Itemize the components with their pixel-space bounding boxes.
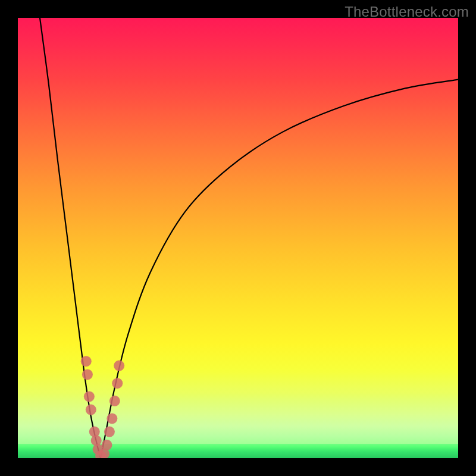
chart-frame: TheBottleneck.com xyxy=(0,0,476,476)
data-point-marker xyxy=(82,369,93,380)
data-point-marker xyxy=(91,435,102,446)
data-point-marker xyxy=(109,396,120,406)
data-point-markers xyxy=(81,356,125,458)
data-point-marker xyxy=(93,444,104,455)
curve-left-branch xyxy=(40,18,101,458)
data-point-marker xyxy=(89,427,100,437)
data-point-marker xyxy=(114,361,124,371)
data-point-marker xyxy=(86,405,96,415)
plot-area xyxy=(18,18,458,458)
curve-layer xyxy=(18,18,458,458)
bottleneck-curve xyxy=(40,18,458,458)
data-point-marker xyxy=(112,378,123,389)
data-point-marker xyxy=(99,449,109,458)
data-point-marker xyxy=(95,450,106,458)
data-point-marker xyxy=(104,427,115,437)
curve-right-branch xyxy=(101,80,458,458)
data-point-marker xyxy=(101,440,112,450)
watermark-text: TheBottleneck.com xyxy=(345,4,469,20)
near-optimal-band xyxy=(18,372,458,444)
data-point-marker xyxy=(84,391,95,402)
optimal-band xyxy=(18,444,458,458)
data-point-marker xyxy=(107,413,117,424)
data-point-marker xyxy=(81,356,92,367)
